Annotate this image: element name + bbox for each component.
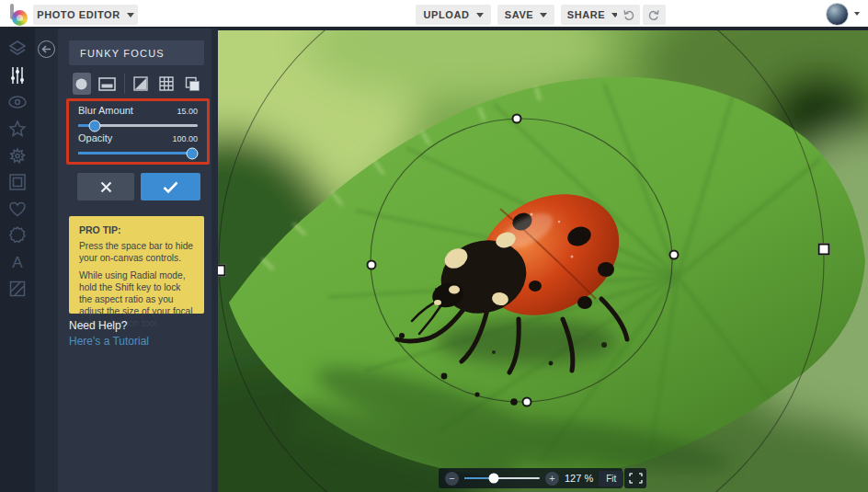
rail-item-frames[interactable] [6, 173, 29, 191]
opacity-slider[interactable] [78, 152, 198, 154]
pro-tip-line1: Press the space bar to hide your on-canv… [79, 240, 194, 264]
opacity-label: Opacity [78, 132, 112, 143]
texture-icon [8, 280, 27, 298]
rail-item-text[interactable]: A [6, 253, 29, 271]
radial-focus-icon [74, 76, 89, 92]
zoom-in-button[interactable]: + [545, 472, 559, 486]
minus-icon: − [449, 473, 454, 484]
fullscreen-button[interactable] [624, 468, 646, 488]
layers-icon [7, 40, 28, 58]
mirror-mode-button[interactable] [131, 73, 150, 95]
blur-amount-value: 15.00 [177, 107, 198, 116]
redo-button[interactable] [643, 5, 666, 25]
eye-icon [7, 95, 28, 109]
panel-edge [211, 29, 218, 492]
grid-mode-button[interactable] [157, 73, 176, 95]
checkmark-icon [162, 180, 179, 194]
blur-amount-slider-handle[interactable] [89, 120, 101, 132]
rail-item-touchup[interactable] [6, 146, 29, 165]
sliders-icon [9, 66, 26, 85]
close-icon [99, 180, 113, 194]
image-canvas[interactable]: − + 127 % Fit [218, 30, 868, 492]
focus-handle-outer-left[interactable] [218, 265, 226, 277]
mirror-focus-icon [133, 76, 148, 91]
focus-handle-inner-bottom[interactable] [522, 397, 532, 407]
save-button[interactable]: SAVE [497, 5, 554, 25]
chevron-down-icon [127, 13, 134, 17]
rail-item-effects[interactable] [6, 93, 29, 111]
focus-mode-row [73, 72, 201, 96]
photo-editor-app: PHOTO EDITOR UPLOAD SAVE SHARE [0, 0, 868, 492]
undo-icon [622, 8, 635, 21]
panel-back-button[interactable] [38, 40, 55, 58]
apply-button[interactable] [141, 173, 200, 200]
fit-button[interactable]: Fit [599, 471, 623, 486]
rail-item-artsy[interactable] [6, 120, 29, 138]
panel-title: FUNKY FOCUS [80, 48, 165, 59]
linear-mode-button[interactable] [98, 73, 117, 95]
focus-handle-inner-left[interactable] [367, 260, 377, 270]
plus-icon: + [549, 473, 554, 484]
zoom-level-readout: 127 % [565, 473, 593, 484]
upload-label: UPLOAD [423, 9, 469, 20]
panel-title-bar: FUNKY FOCUS [69, 40, 204, 65]
text-icon: A [8, 253, 27, 271]
user-avatar[interactable] [826, 3, 849, 26]
rail-item-graphics[interactable] [6, 200, 29, 218]
zoom-slider-handle[interactable] [488, 474, 498, 484]
befunky-logo-icon[interactable] [9, 3, 31, 26]
star-icon [8, 120, 27, 138]
upload-button[interactable]: UPLOAD [416, 5, 491, 25]
tutorial-link[interactable]: Here's a Tutorial [69, 335, 149, 348]
focus-handle-outer-right[interactable] [818, 244, 830, 256]
opacity-value: 100.00 [172, 134, 198, 143]
chevron-down-icon [540, 13, 547, 17]
opacity-row: Opacity 100.00 [78, 132, 198, 154]
pro-tip-box: PRO TIP: Press the space bar to hide you… [69, 216, 204, 314]
frame-icon [8, 173, 27, 191]
rail-item-layers[interactable] [6, 40, 29, 58]
funky-focus-panel: FUNKY FOCUS [58, 29, 211, 492]
pro-tip-heading: PRO TIP: [79, 224, 194, 235]
blur-amount-slider[interactable] [78, 124, 198, 127]
tool-rail: A [0, 29, 35, 492]
undo-button[interactable] [617, 5, 640, 25]
focus-handle-inner-right[interactable] [669, 250, 680, 260]
app-menu-button[interactable]: PHOTO EDITOR [33, 5, 138, 25]
stack-mode-button[interactable] [183, 73, 201, 95]
slider-fill [78, 152, 198, 154]
redo-icon [647, 8, 661, 21]
topbar: PHOTO EDITOR UPLOAD SAVE SHARE [0, 0, 868, 29]
share-button[interactable]: SHARE [561, 5, 625, 25]
rail-item-overlays[interactable] [6, 226, 29, 245]
radial-mode-button[interactable] [73, 73, 91, 95]
cancel-button[interactable] [77, 173, 134, 200]
app-menu-label: PHOTO EDITOR [37, 9, 120, 20]
heart-icon [8, 200, 27, 218]
badge-icon [8, 226, 27, 245]
arrow-left-icon [41, 45, 51, 53]
rail-item-adjust[interactable] [6, 66, 29, 85]
svg-text:A: A [12, 254, 23, 271]
logo-color-wheel [12, 10, 28, 26]
zoom-slider[interactable] [464, 477, 540, 479]
stack-focus-icon [185, 76, 200, 92]
chevron-down-icon[interactable] [854, 12, 860, 16]
mode-separator [124, 74, 125, 94]
save-label: SAVE [505, 9, 534, 20]
zoom-out-button[interactable]: − [445, 472, 459, 486]
help-section: Need Help? Here's a Tutorial [69, 319, 149, 348]
rail-item-textures[interactable] [6, 280, 29, 298]
focus-handle-inner-top[interactable] [512, 114, 522, 124]
fullscreen-icon [629, 473, 643, 484]
chevron-down-icon [476, 13, 484, 17]
highlighted-sliders-group: Blur Amount 15.00 Opacity 100.00 [66, 98, 210, 165]
grid-focus-icon [159, 76, 174, 91]
linear-focus-icon [98, 77, 116, 91]
need-help-text: Need Help? [69, 319, 149, 332]
confirm-row [77, 173, 200, 200]
opacity-slider-handle[interactable] [187, 147, 199, 159]
flourish-icon [8, 146, 27, 165]
ladybug-photo [218, 30, 868, 492]
blur-amount-row: Blur Amount 15.00 [78, 105, 198, 127]
